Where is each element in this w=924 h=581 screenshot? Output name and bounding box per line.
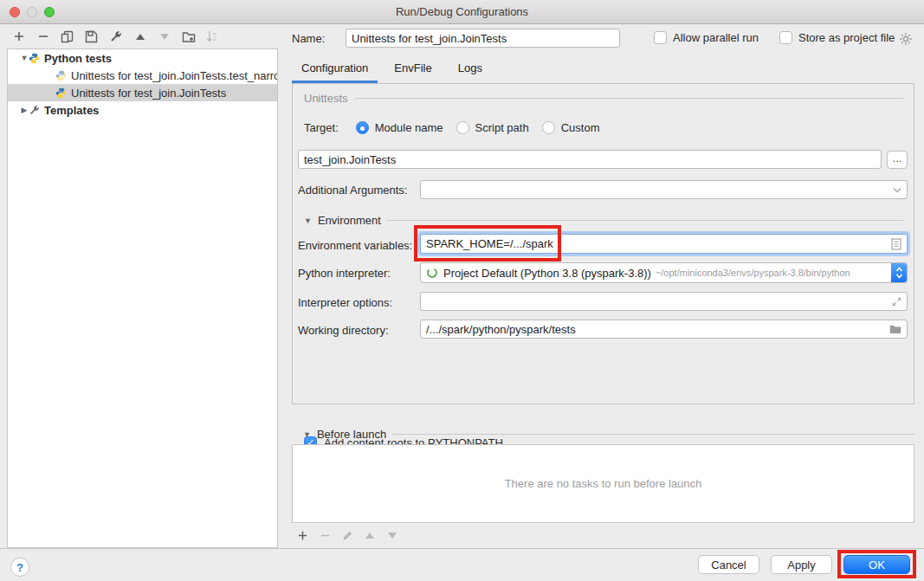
radio-label: Script path — [475, 121, 529, 134]
name-input[interactable] — [346, 29, 620, 48]
configuration-panel: Unittests Target: Module name Script pat… — [292, 83, 914, 404]
ellipsis-icon: ... — [893, 152, 902, 165]
browse-env-vars-icon[interactable] — [891, 238, 901, 250]
before-launch-title: Before launch — [317, 428, 386, 441]
ok-button[interactable]: OK — [843, 555, 910, 574]
interpreter-options-field[interactable] — [420, 292, 908, 311]
gear-icon[interactable] — [899, 32, 913, 46]
environment-section-title: Environment — [318, 214, 381, 227]
chevron-right-icon[interactable]: ▶ — [20, 106, 29, 114]
configurations-toolbar — [11, 29, 220, 44]
folder-icon[interactable] — [889, 325, 901, 334]
python-test-icon — [55, 70, 67, 81]
environment-variables-field[interactable] — [420, 234, 908, 254]
add-task-icon[interactable] — [295, 528, 309, 542]
tree-item-unittests-test-narrow[interactable]: Unittests for test_join.JoinTests.test_n… — [8, 67, 277, 84]
empty-tasks-message: There are no tasks to run before launch — [505, 477, 702, 490]
environment-section-header[interactable]: ▼ Environment — [304, 214, 903, 227]
tab-envfile[interactable]: EnvFile — [384, 57, 441, 81]
target-module-field[interactable] — [298, 150, 882, 169]
expand-field-icon[interactable] — [892, 297, 901, 307]
tab-label: Configuration — [301, 61, 368, 74]
radio-unselected-icon — [456, 121, 469, 134]
move-task-up-icon[interactable] — [363, 528, 377, 542]
tab-bar: Configuration EnvFile Logs — [292, 57, 499, 81]
allow-parallel-run-label: Allow parallel run — [673, 31, 759, 44]
radio-unselected-icon — [542, 121, 555, 134]
tree-item-templates[interactable]: ▶ Templates — [8, 101, 277, 119]
before-launch-task-list: There are no tasks to run before launch — [292, 444, 914, 523]
interpreter-options-label: Interpreter options: — [298, 296, 392, 309]
interpreter-options-input[interactable] — [426, 295, 892, 308]
cancel-label: Cancel — [711, 558, 746, 571]
python-icon — [29, 53, 40, 64]
chevron-down-icon[interactable] — [893, 187, 901, 193]
target-module-input[interactable] — [304, 153, 876, 166]
edit-templates-icon[interactable] — [108, 29, 123, 44]
working-directory-input[interactable] — [426, 323, 889, 336]
add-configuration-icon[interactable] — [11, 29, 26, 44]
target-row: Target: Module name Script path Custom — [304, 121, 612, 134]
cancel-button[interactable]: Cancel — [698, 555, 759, 574]
divider — [387, 220, 903, 221]
apply-button[interactable]: Apply — [771, 555, 832, 574]
tab-label: EnvFile — [394, 61, 431, 74]
radio-custom[interactable]: Custom — [542, 121, 600, 134]
chevron-down-icon: ▼ — [303, 430, 311, 439]
store-as-project-file-label: Store as project file — [798, 31, 895, 44]
additional-arguments-field[interactable] — [420, 180, 908, 199]
python-interpreter-select[interactable]: Project Default (Python 3.8 (pyspark-3.8… — [420, 262, 908, 283]
python-interpreter-label: Python interpreter: — [298, 267, 391, 280]
divider — [355, 98, 903, 99]
move-down-icon[interactable] — [157, 29, 171, 44]
tree-item-label: Unittests for test_join.JoinTests.test_n… — [71, 69, 277, 82]
wrench-icon — [29, 105, 40, 116]
target-label: Target: — [304, 121, 339, 134]
additional-arguments-label: Additional Arguments: — [298, 184, 407, 197]
help-label: ? — [16, 561, 23, 574]
tab-logs[interactable]: Logs — [449, 57, 492, 81]
tree-item-label: Python tests — [44, 52, 112, 65]
tab-configuration[interactable]: Configuration — [292, 57, 378, 81]
run-debug-configurations-dialog: Run/Debug Configurations ▼ — [0, 0, 924, 581]
select-stepper-icon[interactable] — [891, 263, 907, 282]
tree-item-label: Unittests for test_join.JoinTests — [71, 87, 226, 100]
conda-env-icon — [426, 267, 438, 279]
chevron-down-icon[interactable]: ▼ — [20, 54, 29, 62]
additional-arguments-input[interactable] — [426, 184, 893, 197]
help-button[interactable]: ? — [10, 558, 29, 577]
remove-configuration-icon[interactable] — [36, 29, 50, 44]
sort-alphabetically-icon[interactable] — [205, 29, 220, 44]
python-test-icon — [55, 87, 67, 99]
ok-label: OK — [869, 558, 885, 571]
move-up-icon[interactable] — [132, 29, 147, 44]
radio-script-path[interactable]: Script path — [456, 121, 529, 134]
store-as-project-file-checkbox[interactable]: Store as project file — [779, 31, 895, 44]
new-folder-icon[interactable] — [181, 29, 196, 44]
allow-parallel-run-checkbox[interactable]: Allow parallel run — [654, 31, 759, 44]
checkbox-unchecked-icon — [654, 31, 667, 44]
remove-task-icon[interactable] — [318, 528, 332, 542]
radio-module-name[interactable]: Module name — [356, 121, 443, 134]
browse-module-button[interactable]: ... — [887, 151, 908, 169]
working-directory-label: Working directory: — [298, 324, 389, 337]
radio-label: Module name — [375, 121, 443, 134]
copy-configuration-icon[interactable] — [60, 29, 74, 44]
environment-variables-input[interactable] — [426, 237, 891, 250]
radio-label: Custom — [561, 121, 600, 134]
working-directory-field[interactable] — [420, 320, 908, 339]
move-task-down-icon[interactable] — [385, 528, 399, 542]
before-launch-header[interactable]: ▼ Before launch — [303, 428, 914, 441]
radio-selected-icon — [356, 121, 369, 134]
python-interpreter-path: ~/opt/miniconda3/envs/pyspark-3.8/bin/py… — [656, 268, 891, 278]
window-title: Run/Debug Configurations — [0, 5, 924, 18]
divider — [392, 434, 914, 435]
save-configuration-icon[interactable] — [84, 29, 99, 44]
edit-task-icon[interactable] — [340, 528, 354, 542]
chevron-down-icon: ▼ — [304, 216, 312, 225]
footer-divider — [0, 548, 924, 549]
tree-item-unittests-jointests-selected[interactable]: Unittests for test_join.JoinTests — [8, 84, 277, 101]
tree-item-python-tests[interactable]: ▼ Python tests — [8, 49, 277, 67]
configurations-tree: ▼ Python tests Unittests for test_join.J… — [7, 48, 278, 548]
environment-variables-label: Environment variables: — [298, 239, 412, 252]
